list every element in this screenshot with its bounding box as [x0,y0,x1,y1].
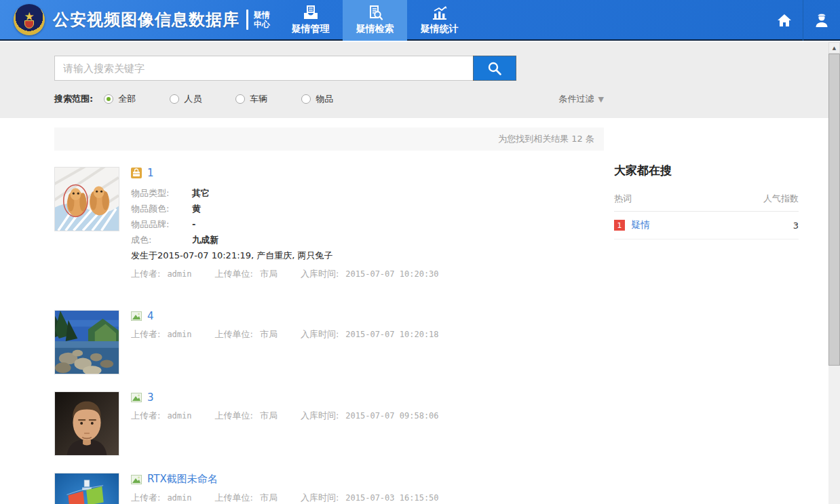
popularity-value: 3 [793,220,799,231]
radio-scope-person[interactable]: 人员 [170,93,202,105]
sidebar-heading: 大家都在搜 [614,163,799,178]
image-icon [131,311,142,321]
result-title-link[interactable]: RTX截图未命名 [147,473,218,486]
time-label: 入库时间: [301,492,339,504]
search-icon [487,61,502,76]
scope-label: 搜索范围: [54,93,93,105]
app-title: 公安视频图像信息数据库 [53,9,240,31]
shield-icon [24,20,34,28]
time-value: 2015-07-07 10:20:18 [345,330,438,339]
chevron-down-icon: ▼ [598,95,604,104]
result-thumbnail-rabbits[interactable] [54,167,119,231]
field-label: 成色: [131,232,192,248]
uploader-value: admin [167,269,191,279]
user-icon [814,12,829,28]
item-meta-row: 上传者: admin 上传单位: 市局 入库时间: 2015-07-07 10:… [131,268,604,280]
item-field: 物品颜色: 黄 [131,201,604,216]
tab-label: 疑情统计 [421,23,459,35]
uploader-value: admin [167,411,191,421]
results-summary: 为您找到相关结果 12 条 [498,133,594,145]
tab-suspicion-manage[interactable]: 疑情管理 [278,0,343,41]
time-label: 入库时间: [301,328,339,341]
result-title-link[interactable]: 1 [147,167,154,179]
radio-icon [170,94,179,104]
vertical-scrollbar[interactable]: ▲ [828,42,840,504]
result-item: RTX截图未命名 上传者: admin 上传单位: 市局 入库时间: 2015-… [54,473,604,504]
tab-label: 疑情管理 [292,23,330,35]
tab-suspicion-search[interactable]: 疑情检索 [343,0,407,41]
results-summary-bar: 为您找到相关结果 12 条 [54,128,604,151]
home-button[interactable] [766,0,803,41]
item-meta-row: 上传者: admin 上传单位: 市局 入库时间: 2015-07-03 16:… [131,492,604,504]
time-label: 入库时间: [301,268,339,280]
bag-icon [131,168,142,178]
field-label: 物品品牌: [131,216,192,232]
unit-value: 市局 [260,268,278,280]
radio-label: 物品 [316,93,333,105]
scrollbar-up-arrow[interactable]: ▲ [828,42,840,54]
radio-icon [301,94,311,104]
header-right-actions [766,0,840,41]
radio-scope-vehicle[interactable]: 车辆 [235,93,267,105]
hot-keyword-link[interactable]: 疑情 [631,219,650,231]
result-thumbnail-lake[interactable] [54,310,119,374]
field-value: 其它 [192,185,210,201]
item-field: 成色: 九成新 [131,232,604,248]
result-thumbnail-portrait[interactable] [54,391,119,456]
search-row [54,56,516,81]
result-item-body: 3 上传者: admin 上传单位: 市局 入库时间: 2015-07-07 0… [131,391,604,456]
unit-label: 上传单位: [215,492,253,504]
result-thumbnail-windows-desktop[interactable] [54,473,119,504]
result-title-link[interactable]: 3 [147,391,154,404]
unit-value: 市局 [260,328,278,341]
uploader-value: admin [167,493,191,503]
result-item: 3 上传者: admin 上传单位: 市局 入库时间: 2015-07-07 0… [54,391,604,456]
top-header-bar: ★ 公安视频图像信息数据库 疑情中心 疑情管理 疑情检索 [0,0,840,41]
time-value: 2015-07-07 10:20:30 [345,269,438,279]
radio-label: 车辆 [250,93,267,105]
title-group: 公安视频图像信息数据库 疑情中心 [53,9,271,31]
search-button[interactable] [473,56,516,81]
hot-search-sidebar: 大家都在搜 热词 人气指数 1 疑情 3 [614,163,799,239]
radio-scope-object[interactable]: 物品 [301,93,333,105]
scrollbar-thumb[interactable] [828,54,840,366]
search-input[interactable] [54,56,473,81]
result-item: 1 物品类型: 其它 物品颜色: 黄 物品品牌: - 成色: 九成新 发生于20… [54,167,604,280]
hotword-column-label: 热词 [614,193,632,205]
user-button[interactable] [803,0,840,41]
bar-chart-icon [432,5,448,20]
hot-search-header: 热词 人气指数 [614,188,799,212]
unit-value: 市局 [260,492,278,504]
search-scope-row: 搜索范围: 全部 人员 车辆 物品 条件过滤 ▼ [54,93,604,105]
uploader-label: 上传者: [131,268,160,280]
item-meta-row: 上传者: admin 上传单位: 市局 入库时间: 2015-07-07 09:… [131,410,604,422]
popularity-column-label: 人气指数 [763,193,799,205]
tab-suspicion-stats[interactable]: 疑情统计 [407,0,472,41]
result-item-body: 4 上传者: admin 上传单位: 市局 入库时间: 2015-07-07 1… [131,310,604,374]
time-value: 2015-07-03 16:15:50 [345,493,438,503]
unit-value: 市局 [260,410,278,422]
filter-label: 条件过滤 [559,93,594,105]
radio-scope-all[interactable]: 全部 [104,93,136,105]
field-value: 九成新 [192,232,218,248]
result-title-link[interactable]: 4 [147,310,154,322]
item-description: 发生于2015-07-07 10:21:19, 产自重庆, 两只兔子 [131,248,604,263]
image-icon [131,393,142,402]
home-icon [776,13,793,28]
item-field: 物品类型: 其它 [131,185,604,201]
document-search-icon [367,5,383,20]
uploader-label: 上传者: [131,410,160,422]
radio-icon [104,94,113,104]
search-section: 搜索范围: 全部 人员 车辆 物品 条件过滤 ▼ [0,42,840,118]
image-icon [131,475,142,484]
field-label: 物品颜色: [131,201,192,216]
uploader-label: 上传者: [131,492,160,504]
uploader-value: admin [167,330,191,339]
app-subtitle: 疑情中心 [254,10,271,29]
uploader-label: 上传者: [131,328,160,341]
main-nav-tabs: 疑情管理 疑情检索 疑情统计 [278,0,472,41]
item-meta-row: 上传者: admin 上传单位: 市局 入库时间: 2015-07-07 10:… [131,328,604,341]
condition-filter-toggle[interactable]: 条件过滤 ▼ [559,93,604,105]
result-item-body: 1 物品类型: 其它 物品颜色: 黄 物品品牌: - 成色: 九成新 发生于20… [131,167,604,280]
result-item: 4 上传者: admin 上传单位: 市局 入库时间: 2015-07-07 1… [54,310,604,374]
